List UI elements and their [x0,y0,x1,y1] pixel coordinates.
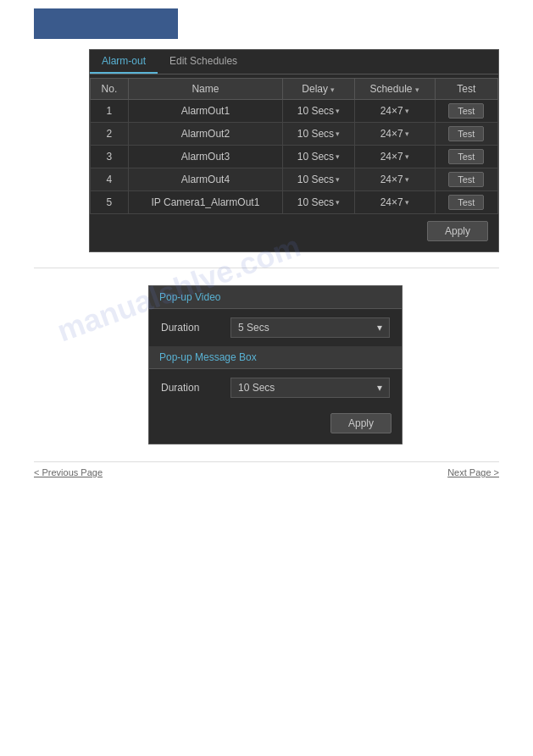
popup-message-row: Duration 10 Secs ▾ [149,369,402,406]
popup-apply-button[interactable]: Apply [330,413,391,433]
popup-video-duration-label: Duration [161,322,220,334]
cell-schedule[interactable]: 24×7 ▾ [354,168,435,191]
delay-value: 10 Secs [297,174,334,185]
table-row: 1 AlarmOut1 10 Secs ▾ 24×7 ▾ Test [91,100,498,123]
table-row: 2 AlarmOut2 10 Secs ▾ 24×7 ▾ Test [91,123,498,146]
popup-apply-row: Apply [149,406,402,444]
test-button[interactable]: Test [448,195,484,210]
cell-schedule[interactable]: 24×7 ▾ [354,123,435,146]
cell-test: Test [435,146,497,168]
cell-delay[interactable]: 10 Secs ▾ [283,168,355,191]
tab-alarm-out[interactable]: Alarm-out [90,50,158,74]
schedule-chevron: ▾ [405,175,409,184]
cell-delay[interactable]: 10 Secs ▾ [283,191,355,214]
cell-test: Test [435,168,497,191]
cell-no: 4 [91,168,129,191]
cell-name: AlarmOut3 [128,146,282,168]
schedule-chevron: ▾ [405,130,409,138]
alarm-apply-row: Apply [90,214,498,241]
tab-edit-schedules[interactable]: Edit Schedules [158,50,249,74]
schedule-chevron: ▾ [405,107,409,115]
next-page-link[interactable]: Next Page > [447,467,499,477]
cell-delay[interactable]: 10 Secs ▾ [283,146,355,168]
schedule-value: 24×7 [380,196,403,208]
alarm-tabs: Alarm-out Edit Schedules [90,50,498,74]
popup-message-duration-value: 10 Secs [238,382,275,394]
top-bar [34,8,178,39]
schedule-value: 24×7 [380,105,403,117]
table-row: 5 IP Camera1_AlarmOut1 10 Secs ▾ 24×7 ▾ … [91,191,498,214]
delay-chevron: ▾ [336,198,340,207]
cell-test: Test [435,191,497,214]
popup-video-duration-value: 5 Secs [238,322,269,334]
schedule-value: 24×7 [380,128,403,140]
cell-delay[interactable]: 10 Secs ▾ [283,123,355,146]
cell-name: IP Camera1_AlarmOut1 [128,191,282,214]
cell-no: 5 [91,191,129,214]
test-button[interactable]: Test [448,149,484,164]
cell-name: AlarmOut2 [128,123,282,146]
schedule-value: 24×7 [380,174,403,185]
schedule-header-chevron: ▾ [415,86,419,94]
col-header-test: Test [435,79,497,100]
delay-chevron: ▾ [336,107,340,115]
test-button[interactable]: Test [448,103,484,119]
delay-value: 10 Secs [297,196,334,208]
popup-message-duration-select[interactable]: 10 Secs ▾ [230,378,390,398]
popup-message-header: Pop-up Message Box [149,346,402,369]
cell-test: Test [435,100,497,123]
delay-chevron: ▾ [336,175,340,184]
bottom-links: < Previous Page Next Page > [34,467,499,477]
delay-chevron: ▾ [336,152,340,161]
popup-video-duration-select[interactable]: 5 Secs ▾ [230,317,390,338]
cell-schedule[interactable]: 24×7 ▾ [354,100,435,123]
col-header-no: No. [91,79,129,100]
alarm-table: No. Name Delay ▾ Schedule ▾ Test 1 Alarm… [90,78,498,214]
cell-no: 1 [91,100,129,123]
delay-header-chevron: ▾ [330,86,335,94]
cell-schedule[interactable]: 24×7 ▾ [354,191,435,214]
cell-test: Test [435,123,497,146]
col-header-delay: Delay ▾ [283,79,355,100]
schedule-value: 24×7 [380,151,403,163]
cell-no: 3 [91,146,129,168]
delay-value: 10 Secs [297,128,334,140]
table-row: 3 AlarmOut3 10 Secs ▾ 24×7 ▾ Test [91,146,498,168]
divider-bottom [34,461,499,462]
alarm-panel: Alarm-out Edit Schedules No. Name Delay … [89,49,499,252]
popup-video-chevron: ▾ [377,322,382,334]
test-button[interactable]: Test [448,172,484,187]
popup-message-chevron: ▾ [377,382,382,394]
col-header-schedule: Schedule ▾ [354,79,435,100]
alarm-apply-button[interactable]: Apply [427,221,488,241]
col-header-name: Name [128,79,282,100]
delay-value: 10 Secs [297,151,334,163]
popup-panel: Pop-up Video Duration 5 Secs ▾ Pop-up Me… [148,285,403,444]
popup-video-row: Duration 5 Secs ▾ [149,309,402,346]
popup-message-duration-label: Duration [161,382,220,394]
delay-chevron: ▾ [336,130,340,138]
test-button[interactable]: Test [448,126,484,141]
divider-1 [34,268,499,268]
schedule-chevron: ▾ [405,152,409,161]
table-row: 4 AlarmOut4 10 Secs ▾ 24×7 ▾ Test [91,168,498,191]
prev-page-link[interactable]: < Previous Page [34,467,103,477]
schedule-chevron: ▾ [405,198,409,207]
cell-name: AlarmOut1 [128,100,282,123]
popup-video-header: Pop-up Video [149,286,402,309]
cell-name: AlarmOut4 [128,168,282,191]
cell-schedule[interactable]: 24×7 ▾ [354,146,435,168]
cell-delay[interactable]: 10 Secs ▾ [283,100,355,123]
cell-no: 2 [91,123,129,146]
delay-value: 10 Secs [297,105,334,117]
